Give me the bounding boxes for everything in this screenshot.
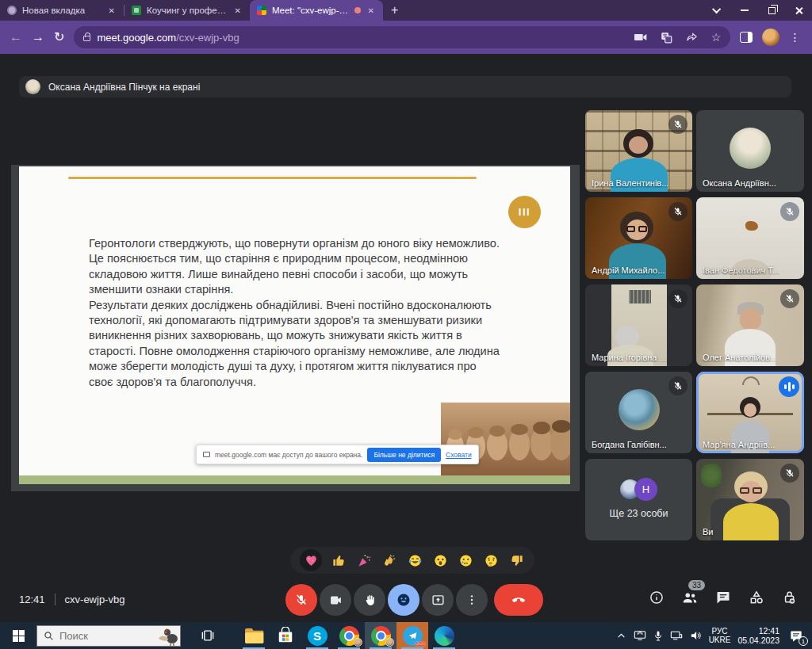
file-explorer-icon[interactable] — [238, 622, 270, 649]
chrome-profile2-icon-active[interactable] — [365, 622, 396, 649]
search-input[interactable] — [59, 630, 139, 642]
reactions-bar — [290, 547, 534, 574]
chrome-profile1-icon[interactable] — [333, 622, 365, 649]
close-button[interactable] — [785, 0, 812, 21]
glasses-right — [638, 226, 647, 232]
address-bar-icons: ☆ — [634, 31, 722, 44]
more-options-button[interactable] — [456, 584, 488, 616]
volume-icon[interactable] — [690, 630, 702, 641]
url-path: /cxv-ewjp-vbg — [176, 32, 239, 44]
hide-notice-link[interactable]: Сховати — [446, 451, 472, 459]
call-right-icons: 33 — [647, 588, 799, 607]
telegram-icon-attention[interactable]: 222 — [396, 622, 428, 649]
camera-button[interactable] — [320, 584, 351, 616]
address-bar[interactable]: meet.google.com/cxv-ewjp-vbg ☆ — [74, 26, 730, 48]
sparkling-heart-reaction[interactable] — [300, 549, 322, 571]
lock-icon[interactable] — [83, 36, 90, 41]
action-center-icon[interactable]: 1 — [787, 626, 806, 645]
translate-icon[interactable] — [661, 32, 672, 44]
taskbar-clock[interactable]: 12:41 05.04.2023 — [737, 626, 779, 645]
thinking-face-reaction[interactable] — [483, 552, 500, 569]
search-bird-image — [156, 626, 178, 646]
telegram-logo: 222 — [403, 626, 423, 646]
ms-store-icon[interactable] — [270, 622, 301, 649]
mic-muted-icon — [780, 202, 799, 221]
thumbs-down-reaction[interactable] — [508, 552, 525, 569]
tab-close-icon[interactable]: ✕ — [366, 6, 376, 15]
share-icon[interactable] — [686, 32, 698, 44]
participant-tile[interactable]: Іван Федотович Т... — [696, 197, 804, 279]
minimize-button[interactable] — [731, 0, 758, 21]
clapping-hands-reaction[interactable] — [381, 552, 398, 569]
browser-more-icon[interactable]: ⋮ — [789, 32, 800, 43]
tears-of-joy-reaction[interactable] — [407, 552, 423, 569]
tab-close-icon[interactable]: ✕ — [107, 6, 117, 15]
wireless-display-icon[interactable] — [634, 630, 646, 641]
chrome-profile-badge — [354, 638, 362, 647]
start-button[interactable] — [0, 622, 36, 649]
astonished-face-reaction[interactable] — [432, 552, 449, 569]
restore-button[interactable] — [758, 0, 785, 21]
side-panel-icon[interactable] — [740, 32, 753, 43]
aging-faces-image — [441, 403, 570, 475]
participant-tile[interactable]: Ірина Валентинів... — [585, 110, 692, 192]
meeting-details-icon[interactable] — [647, 588, 666, 607]
crying-face-reaction[interactable] — [458, 552, 474, 569]
stop-sharing-button[interactable]: Більше не ділитися — [367, 448, 441, 462]
participant-tile-active-speaker[interactable]: Мар'яна Андріїв... — [696, 372, 804, 453]
back-icon[interactable]: ← — [10, 31, 22, 44]
participant-avatar — [730, 128, 771, 169]
skype-icon[interactable]: S — [301, 622, 333, 649]
participant-tile[interactable]: Андрій Михайло... — [585, 197, 692, 279]
host-controls-icon[interactable] — [780, 588, 799, 607]
participant-tile[interactable]: Олег Анатолійов... — [696, 284, 804, 366]
more-participants-tile[interactable]: Н Ще 23 особи — [585, 459, 692, 540]
tab-meet-active[interactable]: Meet: "cxv-ewjp-vbg" ✕ — [250, 0, 383, 21]
self-view-tile[interactable]: Ви — [696, 459, 804, 540]
tab-close-icon[interactable]: ✕ — [233, 6, 243, 15]
url-text[interactable]: meet.google.com/cxv-ewjp-vbg — [97, 32, 239, 44]
search-icon — [44, 631, 54, 641]
skype-logo: S — [308, 626, 327, 646]
forward-icon[interactable]: → — [32, 31, 44, 44]
new-tab-button[interactable]: + — [383, 3, 406, 21]
party-popper-reaction[interactable] — [356, 552, 373, 569]
participant-tile[interactable]: Оксана Андріївн... — [696, 110, 804, 192]
participant-name: Марина Ігорівна ... — [592, 353, 667, 362]
participant-tile[interactable]: Богдана Галібівн... — [585, 372, 692, 453]
overflow-avatar-initial: Н — [634, 478, 657, 501]
participants-panel-icon[interactable]: 33 — [680, 588, 699, 607]
network-icon[interactable] — [670, 630, 683, 641]
raise-hand-button[interactable] — [354, 584, 385, 616]
language-line2: UKRE — [709, 636, 731, 644]
present-button[interactable] — [422, 584, 454, 616]
end-call-button[interactable] — [494, 584, 543, 616]
chrome-profile-badge — [385, 638, 394, 647]
meeting-time: 12:41 — [19, 594, 45, 605]
task-view-button[interactable] — [192, 622, 224, 649]
reload-icon[interactable]: ↻ — [54, 31, 64, 44]
taskbar-search[interactable] — [36, 625, 181, 647]
tab-classroom[interactable]: Коучинг у професійній діяльно ✕ — [124, 0, 250, 21]
camera-permission-icon[interactable] — [634, 32, 647, 42]
bookmark-star-icon[interactable]: ☆ — [711, 31, 722, 44]
classroom-icon — [132, 6, 141, 15]
cast-icon — [203, 452, 210, 457]
tab-new-tab[interactable]: Новая вкладка ✕ — [0, 0, 124, 21]
participants-count-badge: 33 — [688, 580, 705, 590]
language-indicator[interactable]: РУС UKRE — [709, 627, 731, 644]
chat-icon[interactable] — [714, 588, 733, 607]
participant-tile[interactable]: Марина Ігорівна ... — [585, 284, 692, 366]
profile-avatar[interactable] — [762, 29, 779, 46]
edge-icon[interactable] — [428, 622, 460, 649]
tray-expand-chevron-icon[interactable] — [616, 631, 626, 641]
thumbs-up-reaction[interactable] — [331, 552, 347, 569]
meet-icon — [257, 6, 266, 15]
mic-muted-icon — [668, 289, 688, 308]
activities-icon[interactable] — [747, 588, 766, 607]
microphone-tray-icon[interactable] — [653, 630, 663, 642]
mic-muted-button[interactable] — [285, 584, 317, 616]
browser-menu-chevron-icon[interactable] — [704, 0, 731, 21]
participant-name: Андрій Михайло... — [592, 265, 665, 275]
reactions-button-active[interactable] — [388, 584, 419, 616]
